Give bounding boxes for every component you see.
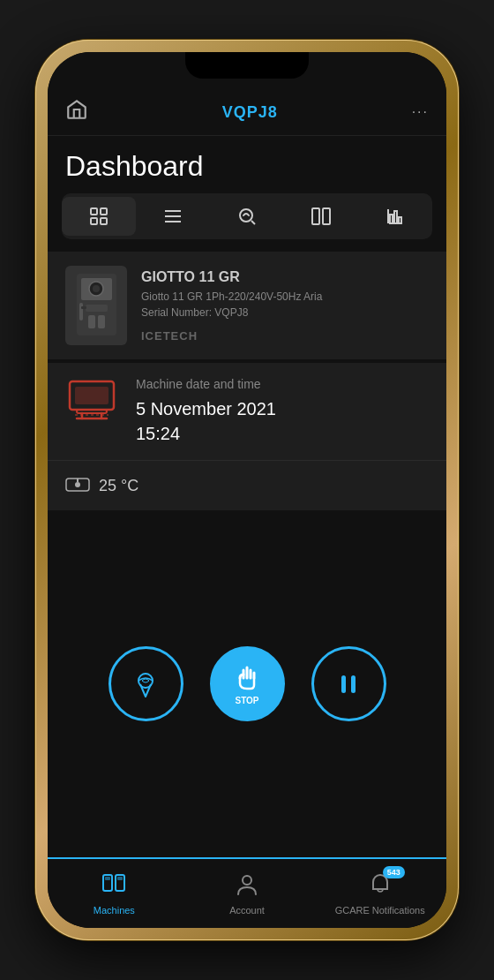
svg-point-31 <box>75 482 80 487</box>
machine-brand: ICETECH <box>141 329 429 343</box>
content-area: Dashboard <box>48 136 446 857</box>
datetime-label: Machine date and time <box>136 377 429 391</box>
machines-label: Machines <box>94 905 135 916</box>
phone-frame: VQPJ8 ··· Dashboard <box>35 40 459 940</box>
tab-list[interactable] <box>136 197 210 236</box>
datetime-content: Machine date and time 5 November 2021 15… <box>136 377 429 446</box>
svg-rect-12 <box>394 211 397 223</box>
temperature-value: 25 °C <box>99 477 138 495</box>
datetime-value: 5 November 2021 15:24 <box>136 396 429 446</box>
temperature-icon <box>65 471 90 500</box>
temperature-row: 25 °C <box>48 460 446 510</box>
machine-name: GIOTTO 11 GR <box>141 269 429 285</box>
svg-rect-0 <box>91 208 97 215</box>
svg-rect-18 <box>86 305 108 312</box>
svg-rect-20 <box>98 315 105 328</box>
svg-point-17 <box>93 285 100 292</box>
bottom-tab-bar: Machines Account <box>48 857 446 928</box>
svg-rect-21 <box>79 303 83 320</box>
nav-title: VQPJ8 <box>222 103 278 122</box>
svg-rect-2 <box>91 218 97 224</box>
action-buttons: STOP <box>48 510 446 857</box>
account-icon <box>235 871 259 901</box>
machine-card[interactable]: GIOTTO 11 GR Giotto 11 GR 1Ph-220/240V-5… <box>48 252 446 359</box>
tab-notifications[interactable]: 543 GCARE Notifications <box>313 864 446 923</box>
machine-image <box>65 266 127 345</box>
phone-outer: VQPJ8 ··· Dashboard <box>0 0 494 980</box>
top-nav: VQPJ8 ··· <box>48 91 446 136</box>
pause-button[interactable] <box>311 646 386 721</box>
svg-point-7 <box>240 209 252 222</box>
datetime-icon <box>65 377 118 421</box>
svg-rect-34 <box>341 675 346 693</box>
account-label: Account <box>229 905 265 916</box>
svg-rect-39 <box>117 877 123 880</box>
page-title: Dashboard <box>48 136 446 193</box>
more-icon[interactable]: ··· <box>412 104 429 120</box>
datetime-card: Machine date and time 5 November 2021 15… <box>48 363 446 460</box>
machines-icon <box>101 871 126 901</box>
stop-label: STOP <box>235 696 258 705</box>
svg-rect-3 <box>101 218 107 224</box>
tab-chart[interactable] <box>358 197 432 236</box>
svg-rect-13 <box>399 217 401 223</box>
notifications-icon: 543 <box>368 871 393 901</box>
svg-rect-11 <box>390 215 393 223</box>
tab-compare[interactable] <box>284 197 358 236</box>
svg-rect-8 <box>312 208 319 224</box>
home-icon[interactable] <box>65 98 88 126</box>
phone-notch <box>185 52 309 79</box>
machine-info: GIOTTO 11 GR Giotto 11 GR 1Ph-220/240V-5… <box>141 269 429 343</box>
svg-rect-9 <box>323 208 330 224</box>
tab-bar <box>62 193 432 239</box>
tab-machines[interactable]: Machines <box>48 864 181 923</box>
svg-rect-22 <box>81 306 86 309</box>
phone-inner: VQPJ8 ··· Dashboard <box>48 52 446 928</box>
tab-account[interactable]: Account <box>181 864 314 923</box>
svg-rect-37 <box>105 877 110 880</box>
svg-rect-35 <box>351 675 356 693</box>
svg-point-33 <box>138 674 153 688</box>
machine-description: Giotto 11 GR 1Ph-220/240V-50Hz Aria Seri… <box>141 289 429 320</box>
svg-rect-19 <box>88 315 95 328</box>
notification-badge: 543 <box>383 866 405 878</box>
tab-search[interactable] <box>210 197 284 236</box>
svg-rect-24 <box>75 387 109 404</box>
stop-button[interactable]: STOP <box>210 646 285 721</box>
tab-grid[interactable] <box>62 197 136 236</box>
notifications-label: GCARE Notifications <box>335 905 425 916</box>
svg-rect-1 <box>101 208 107 215</box>
svg-point-40 <box>243 876 251 885</box>
icecream-button[interactable] <box>109 646 183 721</box>
